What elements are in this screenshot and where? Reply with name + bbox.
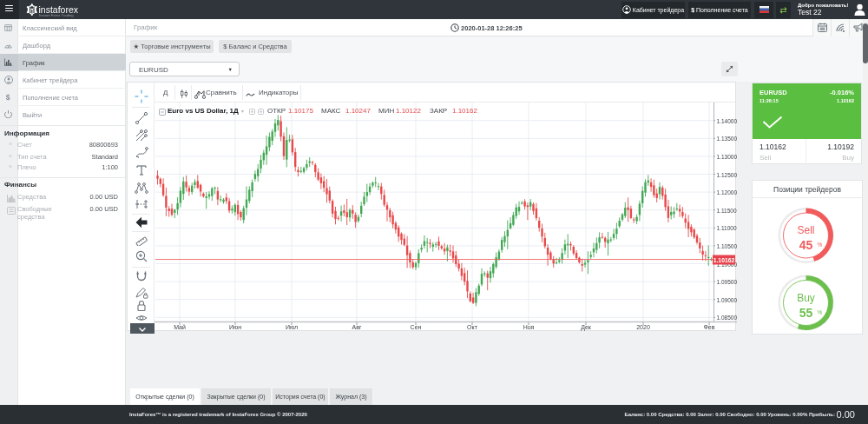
svg-text:1.10500: 1.10500: [717, 243, 738, 249]
svg-text:1.13000: 1.13000: [717, 154, 738, 160]
svg-text:1.09500: 1.09500: [717, 279, 738, 285]
svg-text:1.13500: 1.13500: [717, 136, 738, 142]
svg-text:1.11500: 1.11500: [717, 208, 737, 214]
svg-text:1.14000: 1.14000: [717, 118, 738, 124]
svg-text:Фев: Фев: [704, 324, 715, 330]
svg-text:Sell: Sell: [797, 224, 814, 236]
svg-text:%: %: [818, 242, 823, 248]
svg-text:Июн: Июн: [229, 324, 241, 330]
svg-text:Июл: Июл: [286, 324, 298, 330]
svg-text:2020: 2020: [636, 324, 650, 330]
svg-text:1.09000: 1.09000: [717, 297, 738, 303]
svg-text:Май: Май: [174, 324, 186, 330]
svg-text:Авг: Авг: [352, 324, 362, 330]
svg-text:1.10162: 1.10162: [713, 257, 735, 263]
svg-text:Buy: Buy: [797, 292, 815, 304]
svg-text:Окт: Окт: [467, 324, 478, 330]
svg-text:1.08500: 1.08500: [717, 315, 738, 321]
svg-text:Дек: Дек: [581, 324, 592, 331]
svg-text:1.11000: 1.11000: [717, 225, 737, 231]
svg-text:1.12500: 1.12500: [717, 172, 738, 178]
svg-text:%: %: [818, 309, 823, 315]
svg-text:Сен: Сен: [411, 324, 422, 330]
svg-text:55: 55: [799, 306, 813, 320]
svg-text:Instant Forex Trading: Instant Forex Trading: [39, 13, 74, 17]
svg-text:1.12000: 1.12000: [717, 189, 738, 195]
svg-text:Ноя: Ноя: [523, 324, 535, 330]
svg-text:45: 45: [799, 238, 813, 252]
